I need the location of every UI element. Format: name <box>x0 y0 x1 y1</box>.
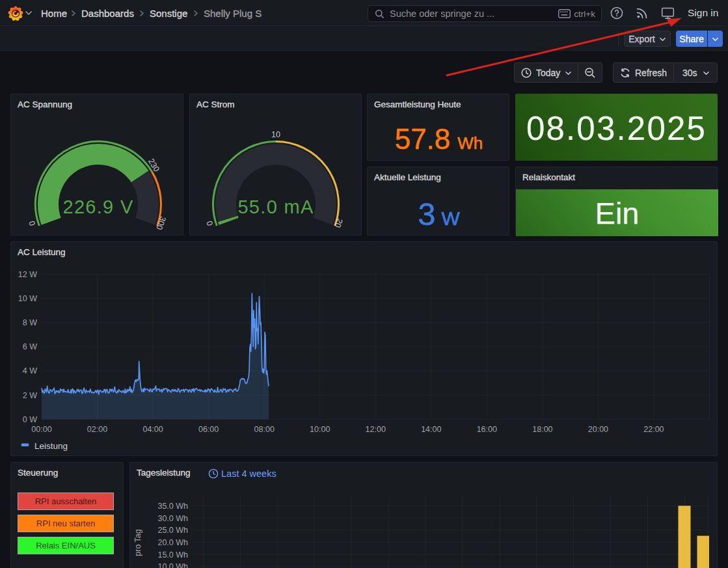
svg-text:0 W: 0 W <box>23 415 37 424</box>
svg-text:0: 0 <box>205 219 215 226</box>
svg-text:10: 10 <box>271 130 280 139</box>
svg-text:30.0 Wh: 30.0 Wh <box>157 514 188 523</box>
svg-text:06:00: 06:00 <box>198 425 219 434</box>
svg-text:10.0 Wh: 10.0 Wh <box>157 562 188 568</box>
svg-text:20.0 Wh: 20.0 Wh <box>157 538 188 547</box>
svg-text:6 W: 6 W <box>23 342 37 351</box>
svg-text:14:00: 14:00 <box>421 425 441 434</box>
svg-text:10:00: 10:00 <box>310 425 330 434</box>
svg-text:10 W: 10 W <box>18 294 37 303</box>
svg-text:04:00: 04:00 <box>142 425 163 434</box>
svg-text:18:00: 18:00 <box>532 425 552 434</box>
svg-text:0: 0 <box>27 219 38 226</box>
svg-text:20:00: 20:00 <box>588 425 608 434</box>
svg-text:12 W: 12 W <box>18 270 37 279</box>
svg-text:55.0 mA: 55.0 mA <box>237 196 314 217</box>
svg-text:02:00: 02:00 <box>87 425 107 434</box>
svg-text:35.0 Wh: 35.0 Wh <box>157 502 188 511</box>
svg-text:8 W: 8 W <box>23 318 37 327</box>
svg-text:16:00: 16:00 <box>477 425 497 434</box>
svg-text:15.0 Wh: 15.0 Wh <box>157 550 188 560</box>
svg-text:Leistung: Leistung <box>34 441 68 451</box>
svg-text:08:00: 08:00 <box>254 425 275 434</box>
svg-text:00:00: 00:00 <box>31 425 51 434</box>
svg-text:25.0 Wh: 25.0 Wh <box>157 526 188 535</box>
svg-text:4 W: 4 W <box>23 366 37 375</box>
svg-text:2 W: 2 W <box>23 391 37 400</box>
svg-text:12:00: 12:00 <box>366 425 386 434</box>
svg-text:22:00: 22:00 <box>643 425 664 434</box>
svg-text:226.9 V: 226.9 V <box>62 196 133 217</box>
svg-text:pro Tag: pro Tag <box>133 529 142 556</box>
